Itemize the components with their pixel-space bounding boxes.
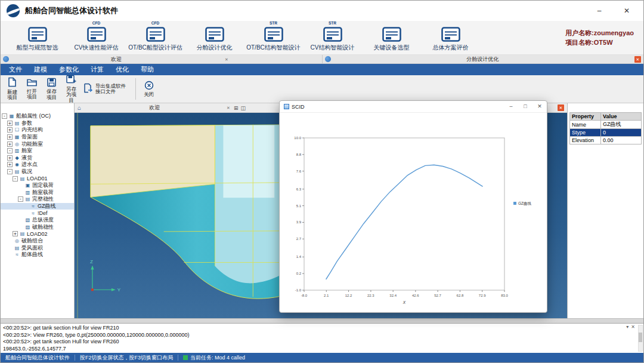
tree-expander-icon[interactable]: - xyxy=(7,148,13,153)
user-project-info: 用户名称:zoumengyao 项目名称:OT5W xyxy=(565,28,643,47)
tree-item[interactable]: +◎功能舱室 xyxy=(1,140,74,147)
scid-maximize-button[interactable]: □ xyxy=(518,101,532,112)
tree-item[interactable]: ≈GZ曲线 xyxy=(1,203,74,210)
ribbon-item-label: 船型与规范智选 xyxy=(17,44,58,52)
tree-expander-icon[interactable]: - xyxy=(13,176,18,182)
close-button[interactable]: ✕ xyxy=(622,7,631,15)
ribbon-item-subdivision-opt[interactable]: 分舱设计优化 xyxy=(185,21,244,54)
ribbon-item-otbc-hull-eval[interactable]: CFDOT/BC船型设计评估 xyxy=(126,21,185,54)
tab-subdivision-opt[interactable]: 分舱设计优化 ✕ xyxy=(323,55,644,63)
viewport-tab-welcome[interactable]: 欢迎 ✕ xyxy=(83,103,231,112)
tree-item[interactable]: -▥舱室 xyxy=(1,147,74,155)
menu-item-参数化[interactable]: 参数化 xyxy=(53,64,85,75)
split-view-icon[interactable]: ◫ xyxy=(241,105,246,111)
floodpoint-icon: ◉ xyxy=(14,162,20,167)
tree-expander-icon[interactable]: + xyxy=(13,231,18,236)
toolbar-button-label: 另存为项目 xyxy=(64,87,79,104)
scid-titlebar[interactable]: SCID – □ ✕ xyxy=(280,101,547,113)
app-title: 船舶合同智能总体设计软件 xyxy=(25,5,118,16)
property-row[interactable]: NameGZ曲线 xyxy=(570,121,642,129)
tree-expander-icon[interactable]: - xyxy=(18,196,23,202)
grid-view-icon[interactable]: ⊞ xyxy=(234,105,239,111)
ribbon-item-cv-speed-eval[interactable]: CFDCV快速性能评估 xyxy=(67,21,126,54)
tree-expander-icon[interactable]: - xyxy=(7,169,13,174)
scid-minimize-button[interactable]: – xyxy=(504,101,518,112)
tree-item[interactable]: -▦船舶属性 (OC) xyxy=(1,113,74,120)
viewport-panel-close-icon[interactable]: ✕ xyxy=(558,104,564,111)
property-row[interactable]: Stype0 xyxy=(570,129,642,137)
tree-item[interactable]: +◆液货 xyxy=(1,155,74,162)
tree-item[interactable]: ▣固定载荷 xyxy=(1,182,74,189)
tree-expander-icon[interactable]: - xyxy=(2,113,7,119)
menu-item-计算[interactable]: 计算 xyxy=(85,64,110,75)
save-as-project-button[interactable]: 另存为项目 xyxy=(62,76,80,101)
tree-item[interactable]: -▤LOAD01 xyxy=(1,175,74,182)
log-scrollbar-thumb[interactable] xyxy=(639,333,642,342)
tree-item[interactable]: +▤LOAD02 xyxy=(1,230,74,238)
scid-window[interactable]: SCID – □ ✕ -8.02.112.222.332.442.652.762… xyxy=(279,100,547,313)
home-icon[interactable]: ⌂ xyxy=(78,104,81,111)
close-button[interactable]: 关闭 xyxy=(140,76,158,101)
toolbar-button-label: 新建项目 xyxy=(5,90,20,101)
toolbar-button-label: 关闭 xyxy=(142,92,156,98)
tree-expander-icon[interactable]: + xyxy=(7,162,13,167)
tree-item[interactable]: ◎破舱组合 xyxy=(1,238,74,245)
tab-welcome-close-icon[interactable]: ✕ xyxy=(224,56,230,63)
tree-expander-icon[interactable]: + xyxy=(7,134,13,140)
tab-welcome[interactable]: 欢迎 ✕ xyxy=(1,55,323,63)
tree-expander-icon[interactable]: + xyxy=(7,155,13,161)
export-interface-button[interactable]: 导出集成软件接口文件 xyxy=(82,76,132,101)
tree-item[interactable]: ▨破舱稳性 xyxy=(1,224,74,231)
loadcase-icon: ▤ xyxy=(19,176,26,182)
menu-item-帮助[interactable]: 帮助 xyxy=(135,64,160,75)
cv-structure-icon: STR xyxy=(323,23,342,42)
tree-item[interactable]: -▤载况 xyxy=(1,168,74,176)
otbc-structure-badge: STR xyxy=(270,21,277,25)
task-status-icon xyxy=(183,355,188,360)
ribbon-item-equipment-select[interactable]: 关键设备选型 xyxy=(362,21,421,54)
tab-subdivision-close-icon[interactable]: ✕ xyxy=(634,56,641,63)
tree-item[interactable]: -▤完整稳性 xyxy=(1,196,74,203)
tree-expander-icon[interactable]: + xyxy=(7,121,13,126)
menu-item-优化[interactable]: 优化 xyxy=(110,64,135,75)
tree-item[interactable]: ▥舱室载荷 xyxy=(1,189,74,196)
ribbon-item-overall-eval[interactable]: 总体方案评价 xyxy=(421,21,480,54)
tree-item[interactable]: +☐内壳结构 xyxy=(1,127,74,134)
tree-item[interactable]: +▤参数 xyxy=(1,120,74,127)
tree-item[interactable]: ≈!Def xyxy=(1,210,74,217)
menu-item-建模[interactable]: 建模 xyxy=(28,64,53,75)
menu-item-文件[interactable]: 文件 xyxy=(3,64,28,75)
scid-chart-area: -8.02.112.222.332.442.652.762.872.983.0-… xyxy=(280,113,547,312)
ribbon-item-cv-structure[interactable]: STRCV结构智能设计 xyxy=(303,21,362,54)
x-tick-label: 2.1 xyxy=(324,294,329,297)
new-project-button[interactable]: 新建项目 xyxy=(3,76,21,101)
ribbon-item-otbc-structure[interactable]: STROT/BC结构智能设计 xyxy=(244,21,303,54)
tree-item[interactable]: +▦骨架面 xyxy=(1,134,74,141)
ribbon-item-ship-select[interactable]: 船型与规范智选 xyxy=(8,21,67,54)
property-value-cell[interactable]: GZ曲线 xyxy=(601,121,642,129)
tree-expander-icon[interactable]: + xyxy=(7,127,13,133)
scid-close-button[interactable]: ✕ xyxy=(532,101,547,112)
property-value-cell[interactable]: 0.00 xyxy=(601,137,642,144)
application-window: 船舶合同智能总体设计软件 – ✕ 船型与规范智选CFDCV快速性能评估CFDOT… xyxy=(0,0,644,363)
horizontal-scrollbar[interactable] xyxy=(1,318,643,323)
x-axis-label: X xyxy=(402,300,406,304)
property-value-cell[interactable]: 0 xyxy=(601,129,642,137)
log-collapse-icon[interactable]: ▾ xyxy=(626,324,628,331)
gz-curve-chart: -8.02.112.222.332.442.652.762.872.983.0-… xyxy=(280,113,547,311)
roomload-icon: ▥ xyxy=(24,190,31,195)
log-scrollbar[interactable] xyxy=(638,325,643,352)
tree-item[interactable]: ≈船体曲线 xyxy=(1,251,74,259)
save-project-button[interactable]: 保存项目 xyxy=(42,76,61,101)
x-tick-label: 22.3 xyxy=(367,294,374,297)
viewport-tab-close-icon[interactable]: ✕ xyxy=(225,106,231,110)
property-row[interactable]: Elevation0.00 xyxy=(570,137,642,144)
minimize-button[interactable]: – xyxy=(595,7,604,15)
tree-item[interactable]: ▧总纵强度 xyxy=(1,217,74,224)
log-close-icon[interactable]: ✕ xyxy=(631,324,635,331)
tree-item[interactable]: +◉进水点 xyxy=(1,161,74,168)
tree-item[interactable]: ▤受风面积 xyxy=(1,244,74,251)
tree-expander-icon[interactable]: + xyxy=(7,141,13,147)
open-project-button[interactable]: 打开项目 xyxy=(23,76,41,101)
y-tick-label: 8.8 xyxy=(296,153,302,156)
